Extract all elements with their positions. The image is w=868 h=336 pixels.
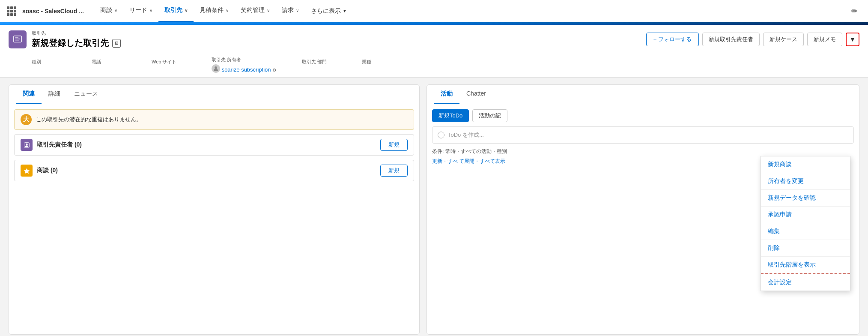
nav-items: 商談 ∨ リード ∨ 取引先 ∨ 見積条件 ∨ 契約管理 ∨ 請求 ∨: [94, 0, 848, 22]
avatar: [212, 64, 220, 73]
meta-value-website: [152, 66, 186, 73]
conditions-text: 条件: 常時・すべての活動・種別: [432, 148, 854, 155]
section-card-contact: 取引先責任者 (0) 新規: [14, 134, 414, 156]
meta-field-owner: 取引先 所有者 soarize subscription ⚙: [212, 57, 276, 73]
panel-body: 大 この取引先の潜在的な重複はありません。 取引先責任者 (0: [9, 104, 419, 191]
right-panel-tabs: 活動 Chatter: [427, 85, 859, 104]
svg-rect-3: [15, 40, 19, 40]
user-settings-icon: ⚙: [272, 68, 276, 72]
meta-label-type: 種別: [32, 59, 66, 65]
team-icon: ⊡: [112, 39, 121, 48]
activity-buttons: 新規ToDo 活動の記: [432, 109, 854, 122]
dropdown-item-edit[interactable]: 編集: [761, 223, 850, 240]
dropdown-item-verify-data[interactable]: 新規データを確認: [761, 190, 850, 207]
chevron-icon: ∨: [114, 8, 117, 13]
meta-value-type: [32, 66, 66, 73]
todo-input-placeholder[interactable]: ToDo を作成...: [448, 131, 484, 139]
svg-rect-2: [15, 39, 20, 39]
new-todo-button[interactable]: 新規ToDo: [432, 109, 469, 122]
new-contact-section-button[interactable]: 新規: [380, 139, 408, 151]
tab-news[interactable]: ニュース: [67, 85, 105, 104]
record-meta: 種別 電話 Web サイト 取引先 所有者: [9, 53, 859, 77]
dropdown-menu: 新規商談 所有者を変更 新規データを確認 承認申請 編集 削除: [761, 156, 850, 291]
new-memo-button[interactable]: 新規メモ: [807, 33, 842, 46]
meta-value-phone: [92, 66, 126, 73]
section-card-opportunity: 商談 (0) 新規: [14, 160, 414, 181]
new-contact-button[interactable]: 新規取引先責任者: [702, 33, 760, 46]
section-title-contact: 取引先責任者 (0): [37, 141, 376, 149]
new-opportunity-section-button[interactable]: 新規: [380, 165, 408, 177]
record-actions: + フォローする 新規取引先責任者 新規ケース 新規メモ ▼: [646, 33, 859, 46]
meta-label-dept: 取引先 部門: [302, 59, 336, 65]
dropdown-item-new-opportunity[interactable]: 新規商談: [761, 156, 850, 173]
dropdown-item-change-owner[interactable]: 所有者を変更: [761, 173, 850, 190]
dropdown-item-accounting[interactable]: 会計設定: [761, 273, 850, 291]
record-title-area: 取引先 新規登録した取引先 ⊡: [32, 30, 646, 49]
nav-item-quote[interactable]: 見積条件 ∨: [194, 0, 235, 22]
nav-more[interactable]: さらに表示 ▼: [305, 0, 353, 22]
nav-item-contract[interactable]: 契約管理 ∨: [235, 0, 276, 22]
meta-field-type: 種別: [32, 59, 66, 73]
opportunity-section-icon: [21, 165, 33, 177]
update-link[interactable]: 更新・すべ て展開・すべて表示: [432, 158, 505, 164]
nav-item-billing[interactable]: 請求 ∨: [276, 0, 305, 22]
more-actions-dropdown-button[interactable]: ▼: [846, 33, 859, 46]
chevron-down-icon: ▼: [850, 36, 856, 43]
section-header-opportunity: 商談 (0) 新規: [15, 160, 414, 181]
section-title-opportunity: 商談 (0): [37, 167, 376, 174]
meta-label-owner: 取引先 所有者: [212, 57, 276, 63]
meta-value-industry: [362, 66, 396, 73]
meta-label-phone: 電話: [92, 59, 126, 65]
meta-field-website: Web サイト: [152, 59, 186, 73]
chevron-icon: ∨: [149, 8, 152, 13]
nav-item-account[interactable]: 取引先 ∨: [158, 0, 194, 22]
record-header: 取引先 新規登録した取引先 ⊡ + フォローする 新規取引先責任者 新規ケース …: [0, 25, 868, 78]
nav-item-shodan[interactable]: 商談 ∨: [94, 0, 123, 22]
svg-rect-1: [15, 37, 18, 38]
dropdown-item-hierarchy[interactable]: 取引先階層を表示: [761, 257, 850, 273]
record-icon: [9, 30, 27, 48]
nav-item-lead[interactable]: リード ∨: [123, 0, 158, 22]
meta-field-phone: 電話: [92, 59, 126, 73]
svg-point-6: [26, 143, 28, 145]
app-grid-icon[interactable]: [7, 6, 16, 16]
todo-checkbox[interactable]: [438, 132, 444, 138]
todo-input-row[interactable]: ToDo を作成...: [432, 126, 854, 144]
tab-related[interactable]: 関連: [16, 85, 42, 104]
chevron-icon: ∨: [267, 8, 270, 13]
meta-field-dept: 取引先 部門: [302, 59, 336, 73]
right-panel: 活動 Chatter 新規ToDo 活動の記 ToDo を作成... 条件: 常…: [427, 84, 859, 335]
dropdown-item-approval[interactable]: 承認申請: [761, 207, 850, 223]
new-case-button[interactable]: 新規ケース: [763, 33, 804, 46]
record-object-type: 取引先: [32, 30, 646, 36]
chevron-icon: ∨: [226, 8, 229, 13]
meta-value-owner[interactable]: soarize subscription ⚙: [212, 64, 276, 73]
panel-tabs: 関連 詳細 ニュース: [9, 85, 419, 104]
app-name: soasc - SalesCloud ...: [22, 8, 84, 15]
meta-field-industry: 業種: [362, 59, 396, 73]
left-panel: 関連 詳細 ニュース 大 この取引先の潜在的な重複はありません。: [9, 84, 420, 335]
edit-icon[interactable]: ✏: [848, 3, 861, 19]
meta-value-dept: [302, 66, 336, 73]
top-nav: soasc - SalesCloud ... 商談 ∨ リード ∨ 取引先 ∨ …: [0, 0, 868, 22]
meta-label-website: Web サイト: [152, 59, 186, 65]
svg-marker-7: [24, 168, 30, 174]
contact-section-icon: [21, 139, 33, 151]
section-header-contact: 取引先責任者 (0) 新規: [15, 135, 414, 155]
tab-chatter[interactable]: Chatter: [459, 85, 493, 104]
chevron-icon: ∨: [296, 8, 299, 13]
main-content: 関連 詳細 ニュース 大 この取引先の潜在的な重複はありません。: [0, 78, 868, 336]
activity-record-button[interactable]: 活動の記: [472, 109, 507, 122]
record-name: 新規登録した取引先 ⊡: [32, 37, 646, 49]
follow-button[interactable]: + フォローする: [646, 33, 699, 46]
tab-detail[interactable]: 詳細: [42, 85, 67, 104]
alert-row: 大 この取引先の潜在的な重複はありません。: [14, 109, 414, 130]
chevron-down-icon: ▼: [343, 9, 347, 13]
alert-text: この取引先の潜在的な重複はありません。: [36, 116, 142, 123]
tab-activity[interactable]: 活動: [434, 85, 459, 104]
dropdown-item-delete[interactable]: 削除: [761, 240, 850, 257]
meta-label-industry: 業種: [362, 59, 396, 65]
chevron-icon: ∨: [185, 8, 188, 13]
svg-point-4: [215, 66, 217, 69]
alert-icon: 大: [21, 114, 32, 125]
